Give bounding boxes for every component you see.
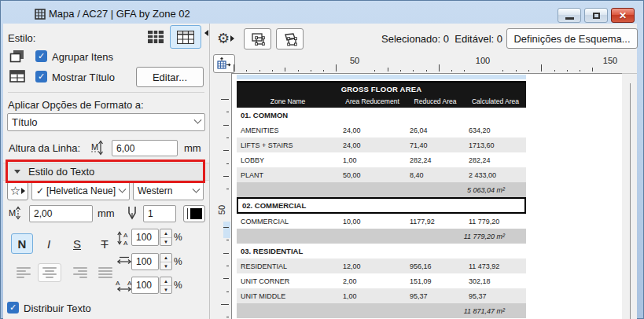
line-spacing-input[interactable]: 100 <box>131 229 159 246</box>
table-cell[interactable]: 151,09 <box>406 277 465 285</box>
group-items-checkbox[interactable]: ✓ <box>35 50 47 62</box>
table-cell[interactable]: 2,00 <box>339 277 406 285</box>
group-header-selected[interactable]: 02. COMMERCIAL <box>237 197 526 214</box>
vertical-scrollbar[interactable] <box>630 83 631 319</box>
width-factor-input[interactable]: 100 <box>131 253 159 270</box>
table-cell[interactable]: AMENITIES <box>237 126 339 134</box>
table-cell[interactable]: LIFTS + STAIRS <box>237 141 339 149</box>
table-row[interactable]: LOBBY1,00282,24282,24 <box>237 152 526 167</box>
table-row[interactable]: AMENITIES24,0026,04634,20 <box>237 123 526 138</box>
star-icon: ☆ <box>10 184 20 198</box>
table-cell[interactable]: 282,24 <box>465 156 526 164</box>
style-table-dense-button[interactable] <box>144 26 167 48</box>
table-cell[interactable]: UNIT MIDDLE <box>237 292 339 300</box>
table-row[interactable]: LIFTS + STAIRS24,0071,401713,60 <box>237 138 526 152</box>
table-cell[interactable]: 26,04 <box>406 126 465 134</box>
font-script-select[interactable]: Western <box>133 182 204 200</box>
table-cell[interactable]: 12,00 <box>339 262 406 270</box>
table-cell[interactable]: 2 433,00 <box>465 171 526 179</box>
width-factor-stepper[interactable]: ▲▼ <box>160 253 172 270</box>
table-cell[interactable]: LOBBY <box>237 156 339 164</box>
group-items-icon <box>9 50 25 64</box>
maximize-button[interactable] <box>584 8 608 23</box>
pen-color-button[interactable] <box>183 205 205 222</box>
bold-button[interactable]: N <box>11 233 33 254</box>
table-cell[interactable]: COMMERCIAL <box>237 218 339 226</box>
align-right-button[interactable] <box>68 263 91 282</box>
font-family-select[interactable]: ✓ [Helvetica Neue] <box>31 182 130 200</box>
table-cell[interactable]: 634,20 <box>465 126 526 134</box>
distribute-text-checkbox[interactable]: ✓ <box>7 302 19 314</box>
table-row[interactable]: UNIT CORNER2,00151,09302,18 <box>237 273 526 288</box>
table-row[interactable]: RESIDENTIAL12,00956,1611 473,92 <box>237 258 526 273</box>
align-center-button[interactable] <box>38 263 61 282</box>
table-cell[interactable]: 1713,60 <box>465 141 526 149</box>
table-row[interactable]: PLANT50,008,402 433,00 <box>237 167 526 182</box>
table-cell[interactable]: 956,16 <box>406 262 465 270</box>
title-bar[interactable]: Mapa / AC27 | GFA by Zone 02 <box>3 3 637 24</box>
ruler-tick <box>223 176 229 177</box>
scrollbar-area[interactable] <box>622 73 637 319</box>
table-cell[interactable]: 24,00 <box>339 141 406 149</box>
table-cell[interactable]: 50,00 <box>339 171 406 179</box>
table-cell[interactable]: 1,00 <box>339 156 406 164</box>
underline-button[interactable]: S <box>66 233 88 254</box>
row-height-input[interactable]: 6,00 <box>112 140 178 156</box>
line-spacing-stepper[interactable]: ▲▼ <box>160 229 172 246</box>
svg-text:A: A <box>116 280 120 287</box>
chevron-down-icon <box>119 185 127 192</box>
table-cell[interactable]: 10,00 <box>339 218 406 226</box>
window-title: Mapa / AC27 | GFA by Zone 02 <box>49 8 190 20</box>
table-cell[interactable]: UNIT CORNER <box>237 277 339 285</box>
table-cell[interactable]: PLANT <box>237 171 339 179</box>
schedule-canvas[interactable]: GROSS FLOOR AREA Zone NameArea Reducemen… <box>231 73 622 319</box>
table-cell[interactable]: 1,00 <box>339 292 406 300</box>
letter-spacing-input[interactable]: 100 <box>131 277 159 294</box>
select-similar-tool-button[interactable] <box>276 28 304 50</box>
table-cell[interactable]: 95,37 <box>406 292 465 300</box>
letter-spacing-stepper[interactable]: ▲▼ <box>160 277 172 294</box>
chevron-down-icon <box>194 116 202 124</box>
group-items-label: Agrupar Itens <box>52 51 113 63</box>
align-left-icon <box>17 267 31 269</box>
table-cell[interactable]: 95,37 <box>465 292 526 300</box>
apply-format-select[interactable]: Título <box>7 113 205 131</box>
show-title-checkbox[interactable]: ✓ <box>35 71 47 82</box>
table-cell[interactable]: 11 473,92 <box>465 262 526 270</box>
table-row[interactable]: UNIT MIDDLE1,0095,3795,37 <box>237 288 526 303</box>
group-header[interactable]: 01. COMMON <box>237 108 526 123</box>
strikethrough-button[interactable]: T <box>94 233 116 254</box>
table-cell[interactable]: 11 779,20 <box>465 218 526 226</box>
settings-flyout-button[interactable]: ⚙ <box>215 28 237 49</box>
vertical-ruler[interactable]: 50100 <box>210 73 231 319</box>
table-cell[interactable]: 24,00 <box>339 126 406 134</box>
italic-button[interactable]: I <box>38 233 60 254</box>
row-height-label: Altura da Linha: <box>9 142 80 154</box>
edit-title-button[interactable]: Editar... <box>136 67 204 87</box>
table-cell[interactable]: 71,40 <box>406 141 465 149</box>
select-area-tool-button[interactable] <box>244 28 271 50</box>
ruler-tick <box>439 64 440 72</box>
table-cell[interactable]: 282,24 <box>406 156 465 164</box>
table-cell[interactable]: 302,18 <box>465 277 526 285</box>
table-cell[interactable]: 8,40 <box>406 171 465 179</box>
step-up-icon: ▲ <box>160 229 171 238</box>
table-cell[interactable]: 1177,92 <box>406 218 465 226</box>
table-row[interactable]: COMMERCIAL10,001177,9211 779,20 <box>237 214 526 229</box>
close-button[interactable]: ✕ <box>611 8 635 23</box>
group-header[interactable]: 03. RESIDENTIAL <box>237 244 526 258</box>
distribute-text-label: Distribuir Texto <box>24 302 91 314</box>
align-left-button[interactable] <box>13 263 36 282</box>
horizontal-ruler[interactable]: 50100150 <box>234 53 623 73</box>
text-size-input[interactable]: 2,00 <box>29 205 93 222</box>
ruler-tick <box>464 70 465 72</box>
text-size-icon: M <box>8 206 27 220</box>
collapse-panel-arrow[interactable] <box>204 30 208 36</box>
style-table-light-button[interactable] <box>170 25 201 49</box>
ruler-origin-button[interactable] <box>213 54 235 73</box>
favorites-button[interactable]: ☆ <box>7 182 28 200</box>
pen-number-input[interactable]: 1 <box>143 205 176 222</box>
minimize-button[interactable] <box>558 8 581 23</box>
table-cell[interactable]: RESIDENTIAL <box>237 262 339 270</box>
scheme-settings-button[interactable]: Definições de Esquema... <box>506 28 638 49</box>
